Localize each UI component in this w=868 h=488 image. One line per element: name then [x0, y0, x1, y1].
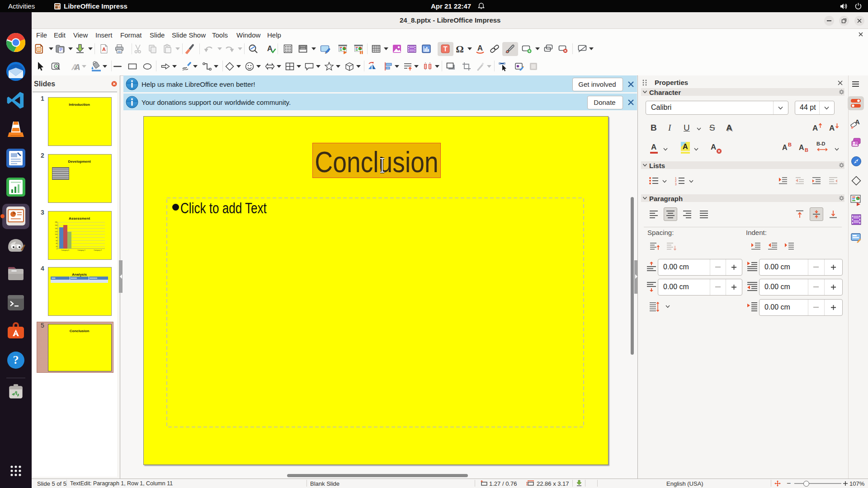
svg-text:0: 0 [57, 248, 57, 250]
svg-text:A: A [477, 44, 483, 52]
svg-text:Category 2: Category 2 [94, 249, 102, 251]
svg-text:100: 100 [55, 234, 57, 235]
svg-text:120: 120 [55, 231, 57, 233]
svg-text:?: ? [13, 353, 19, 366]
svg-text:Ω: Ω [456, 43, 464, 54]
svg-text:140: 140 [55, 228, 57, 230]
svg-text:180: 180 [55, 221, 57, 223]
svg-text:160: 160 [55, 225, 57, 226]
svg-text:Category 0: Category 0 [61, 249, 69, 251]
svg-text:3: 3 [675, 183, 677, 186]
svg-text:Category 1: Category 1 [77, 249, 85, 251]
svg-text:A: A [74, 62, 80, 72]
svg-text:A: A [102, 47, 106, 52]
svg-text:40: 40 [56, 243, 57, 244]
svg-text:20: 20 [56, 246, 57, 248]
svg-text:80: 80 [56, 237, 57, 239]
svg-text:60: 60 [56, 240, 57, 242]
